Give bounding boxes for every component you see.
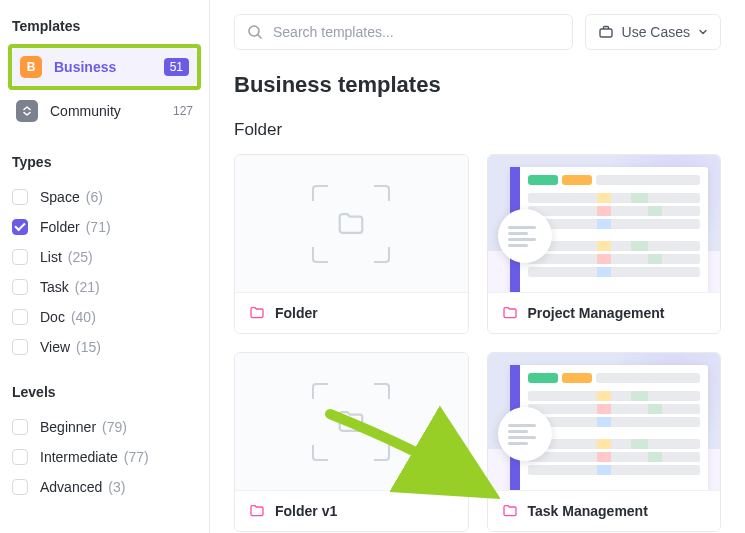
levels-filter-list: Beginner(79) Intermediate(77) Advanced(3… (8, 410, 201, 502)
placeholder-icon (312, 383, 390, 461)
category-community[interactable]: Community 127 (8, 92, 201, 130)
checkbox-icon (12, 309, 28, 325)
folder-icon (502, 503, 518, 519)
template-card-folder[interactable]: Folder (234, 154, 469, 334)
sidebar: Templates B Business 51 Community 127 Ty… (0, 0, 210, 533)
types-filter-list: Space(6) Folder(71) List(25) Task(21) Do… (8, 180, 201, 362)
card-title: Folder v1 (275, 503, 337, 519)
template-card-project-management[interactable]: Project Management (487, 154, 722, 334)
template-card-folder-v1[interactable]: Folder v1 (234, 352, 469, 532)
template-card-task-management[interactable]: Task Management (487, 352, 722, 532)
checkbox-icon (12, 279, 28, 295)
checkbox-icon (12, 419, 28, 435)
chevron-down-icon (698, 27, 708, 37)
briefcase-icon (598, 24, 614, 40)
filter-type-space[interactable]: Space(6) (8, 182, 201, 212)
checkbox-icon (12, 449, 28, 465)
card-preview (235, 353, 468, 490)
folder-icon (249, 503, 265, 519)
page-title: Business templates (234, 72, 721, 98)
use-cases-label: Use Cases (622, 24, 690, 40)
card-preview (488, 353, 721, 490)
category-count: 127 (171, 104, 193, 118)
business-icon: B (20, 56, 42, 78)
folder-icon (249, 305, 265, 321)
svg-line-1 (258, 35, 261, 38)
search-box[interactable] (234, 14, 573, 50)
business-highlight: B Business 51 (8, 44, 201, 90)
section-title: Folder (234, 120, 721, 140)
category-label: Business (54, 59, 164, 75)
card-footer: Folder v1 (235, 490, 468, 531)
placeholder-icon (312, 185, 390, 263)
sidebar-section-levels: Levels (8, 380, 201, 410)
filter-type-task[interactable]: Task(21) (8, 272, 201, 302)
card-footer: Task Management (488, 490, 721, 531)
card-preview (235, 155, 468, 292)
search-icon (247, 24, 263, 40)
sidebar-section-types: Types (8, 150, 201, 180)
filter-level-beginner[interactable]: Beginner(79) (8, 412, 201, 442)
category-label: Community (50, 103, 171, 119)
topbar: Use Cases (234, 14, 721, 50)
sidebar-section-templates: Templates (8, 14, 201, 44)
filter-level-advanced[interactable]: Advanced(3) (8, 472, 201, 502)
svg-rect-2 (600, 29, 612, 37)
search-input[interactable] (273, 24, 560, 40)
card-title: Task Management (528, 503, 648, 519)
card-footer: Project Management (488, 292, 721, 333)
community-icon (16, 100, 38, 122)
checkbox-icon (12, 189, 28, 205)
use-cases-dropdown[interactable]: Use Cases (585, 14, 721, 50)
filter-type-list[interactable]: List(25) (8, 242, 201, 272)
filter-level-intermediate[interactable]: Intermediate(77) (8, 442, 201, 472)
category-count-badge: 51 (164, 58, 189, 76)
filter-type-folder[interactable]: Folder(71) (8, 212, 201, 242)
card-title: Project Management (528, 305, 665, 321)
filter-type-doc[interactable]: Doc(40) (8, 302, 201, 332)
checkbox-icon (12, 479, 28, 495)
checkbox-icon (12, 219, 28, 235)
template-grid: Folder Pr (234, 154, 721, 532)
main-content: Use Cases Business templates Folder Fold… (210, 0, 745, 533)
checkbox-icon (12, 249, 28, 265)
folder-icon (502, 305, 518, 321)
card-title: Folder (275, 305, 318, 321)
checkbox-icon (12, 339, 28, 355)
category-business[interactable]: B Business 51 (12, 48, 197, 86)
filter-type-view[interactable]: View(15) (8, 332, 201, 362)
card-preview (488, 155, 721, 292)
card-footer: Folder (235, 292, 468, 333)
